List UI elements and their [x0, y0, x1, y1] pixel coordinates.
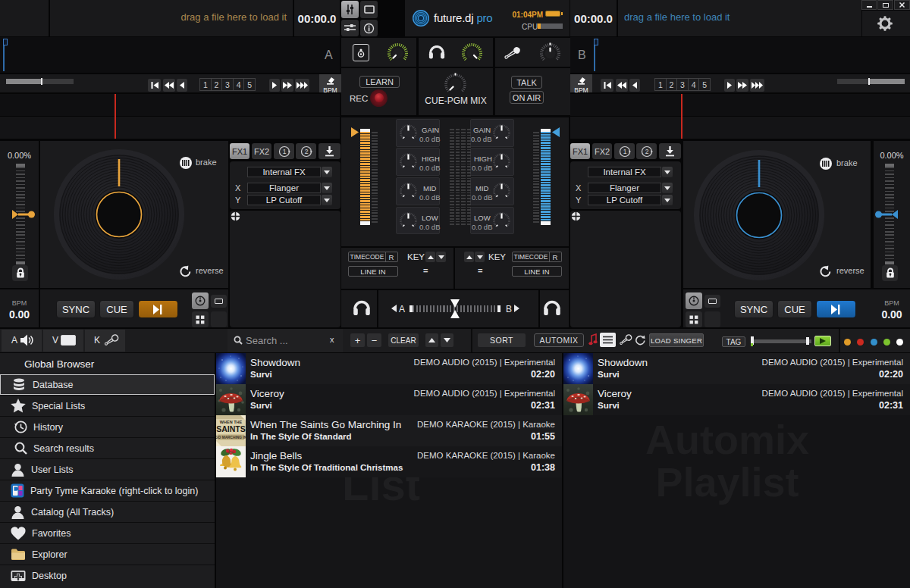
svg-text:GO MARCHING IN: GO MARCHING IN [216, 436, 246, 439]
svg-text:1: 1 [623, 148, 626, 155]
svg-text:1: 1 [282, 148, 286, 155]
svg-text:2: 2 [304, 148, 308, 155]
svg-text:2: 2 [645, 148, 648, 155]
svg-text:SAINTS: SAINTS [216, 424, 246, 433]
